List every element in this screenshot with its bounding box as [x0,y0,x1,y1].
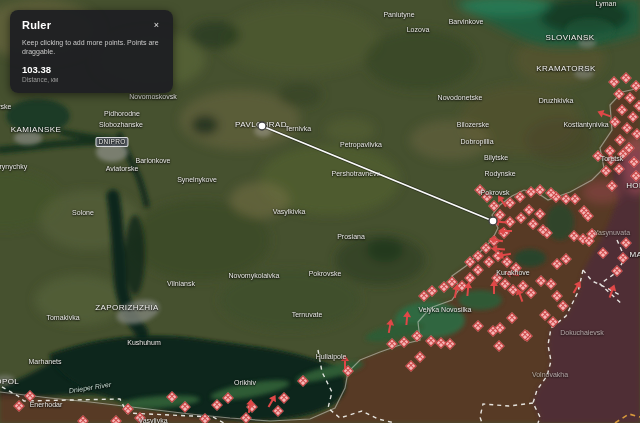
ruler-distance-unit: Distance, км [22,76,161,83]
ruler-panel-title: Ruler [22,19,51,31]
ruler-line [262,126,493,221]
ruler-instructions: Keep clicking to add more points. Points… [22,38,161,56]
close-icon[interactable]: × [152,19,161,31]
ruler-point-handle[interactable] [489,217,497,225]
ruler-panel: Ruler × Keep clicking to add more points… [10,10,173,93]
ruler-distance-value: 103.38 [22,64,161,75]
map-app: PaniutyneLozovaBarvinkoveLymanSLOVIANSKK… [0,0,640,423]
ruler-point-handle[interactable] [258,122,266,130]
